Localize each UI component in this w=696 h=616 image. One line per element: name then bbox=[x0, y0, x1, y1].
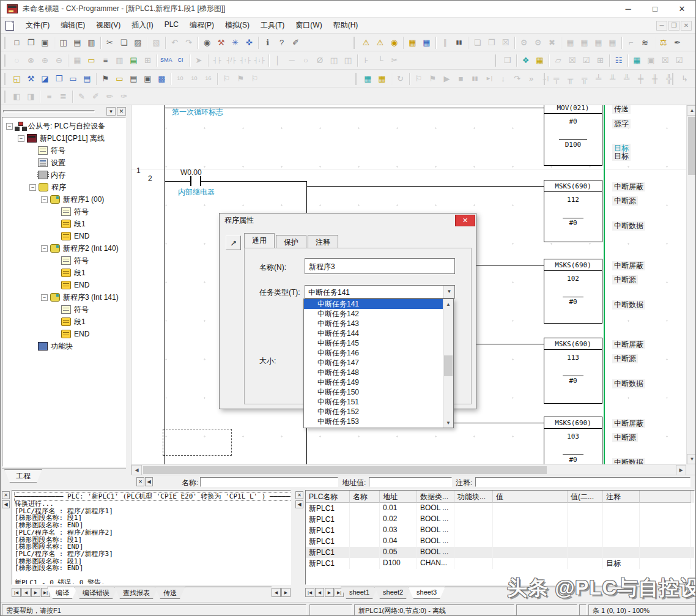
menu-s[interactable]: 模拟(S) bbox=[220, 18, 255, 33]
dialog-tab[interactable]: 注释 bbox=[308, 235, 338, 248]
tab-scroll-button[interactable]: ▶ bbox=[325, 588, 334, 597]
differential-monitor-button[interactable]: ⌐ bbox=[624, 35, 638, 50]
watch-table[interactable]: PLC名称名称地址数据类...功能块...值值(二...注释 新PLC10.01… bbox=[305, 490, 695, 585]
output-tab[interactable]: 编译错误 bbox=[74, 587, 118, 599]
sheet-tab[interactable]: sheet2 bbox=[374, 587, 412, 599]
monitor-signed-decimal-button[interactable]: 10 bbox=[187, 72, 201, 86]
toolbar-grip[interactable] bbox=[495, 54, 498, 67]
menu-e[interactable]: 编辑(E) bbox=[55, 18, 91, 33]
undo-button[interactable]: ↶ bbox=[168, 35, 182, 50]
copy-button[interactable]: ❏ bbox=[117, 35, 131, 50]
redo-button[interactable]: ↷ bbox=[182, 35, 196, 50]
output-tab[interactable]: 查找报表 bbox=[114, 587, 158, 599]
mdi-restore-button[interactable]: ❐ bbox=[668, 21, 679, 31]
output-close-button[interactable]: ✕ bbox=[2, 491, 10, 499]
tree-expander-icon[interactable]: − bbox=[29, 184, 36, 191]
monitor-decimal-button[interactable]: 10 bbox=[173, 72, 187, 86]
contact-icon[interactable] bbox=[200, 176, 201, 186]
operand-value[interactable]: #0 bbox=[544, 376, 602, 385]
rung-list-button[interactable]: ≡ bbox=[42, 89, 56, 103]
watch-window-button[interactable]: ▦ bbox=[630, 53, 644, 67]
dock-menu-button[interactable]: ▾ bbox=[106, 107, 116, 116]
operand-value[interactable]: #0 bbox=[544, 297, 602, 306]
new-coil-button[interactable]: ○ bbox=[299, 53, 313, 67]
online-edit-goto-button[interactable]: ⊞ bbox=[593, 53, 607, 67]
tree-item[interactable]: −新PLC1[CP1L] 离线 bbox=[2, 132, 125, 144]
view-cross-reference-button[interactable]: ❒ bbox=[52, 72, 66, 86]
new-horizontal-button[interactable]: ─ bbox=[285, 53, 299, 67]
simulator-settings-button[interactable]: ▦ bbox=[375, 72, 389, 86]
toolbar-grip[interactable] bbox=[4, 54, 7, 67]
find-symbol-button[interactable]: ✳ bbox=[228, 35, 242, 50]
watch-row[interactable]: 新PLC10.04BOOL ... bbox=[306, 536, 694, 547]
tree-expander-icon[interactable]: − bbox=[41, 294, 48, 301]
tree-item[interactable]: 功能块 bbox=[2, 340, 125, 352]
column-header[interactable]: 注释 bbox=[603, 491, 640, 503]
watch-row[interactable]: 新PLC1D100CHAN...目标 bbox=[306, 558, 694, 569]
watch-check-button[interactable]: ☑ bbox=[672, 53, 686, 67]
tree-item[interactable]: END bbox=[2, 328, 125, 340]
view-ladder-button[interactable]: ◱ bbox=[10, 72, 24, 86]
net-tool-6-button[interactable]: ╩ bbox=[620, 72, 634, 86]
contact-address[interactable]: W0.00 bbox=[180, 168, 202, 177]
tab-scroll-button[interactable]: ◀ bbox=[21, 588, 31, 597]
instruction-block[interactable]: MSKS(690)113#0 bbox=[544, 338, 602, 404]
new-fb-invocation-button[interactable]: ◫ bbox=[341, 53, 355, 67]
watch-row[interactable]: 新PLC10.02BOOL ... bbox=[306, 514, 694, 525]
combobox-dropdown-button[interactable]: ▼ bbox=[443, 286, 454, 298]
horizontal-scroll-thumb[interactable] bbox=[143, 466, 547, 474]
operand-value[interactable]: 113 bbox=[544, 354, 602, 362]
instruction-block[interactable]: MSKS(690)102#0 bbox=[544, 259, 602, 324]
minimize-button[interactable]: ─ bbox=[615, 1, 642, 17]
toolbar-grip[interactable] bbox=[354, 37, 357, 49]
tab-scroll-button[interactable]: |◀ bbox=[12, 588, 21, 597]
tree-item[interactable]: END bbox=[2, 279, 125, 291]
rung-list-detail-button[interactable]: ≣ bbox=[56, 89, 70, 103]
open-file-button[interactable]: ❐ bbox=[24, 35, 38, 50]
sim-step-run-button[interactable]: ►| bbox=[482, 72, 496, 86]
paste-special-button[interactable]: ▧ bbox=[149, 35, 163, 50]
menu-i[interactable]: 插入(I) bbox=[126, 18, 158, 33]
column-header[interactable]: PLC名称 bbox=[306, 491, 350, 503]
toolbar-grip[interactable] bbox=[4, 91, 7, 103]
compare-with-plc-button[interactable]: ❏ bbox=[470, 35, 484, 50]
new-file-button[interactable]: □ bbox=[10, 35, 24, 50]
show-instruction-comments-button[interactable]: CI bbox=[174, 53, 188, 67]
tree-item[interactable]: 符号 bbox=[2, 303, 125, 316]
compile-all-plc-button[interactable]: ⚠ bbox=[373, 35, 387, 50]
force-reset-button[interactable]: ⚙ bbox=[531, 35, 545, 50]
column-header[interactable]: 数据类... bbox=[417, 491, 454, 503]
new-contact-or-button[interactable]: ┤↑├ bbox=[239, 53, 253, 67]
net-tool-4-button[interactable]: ╧ bbox=[591, 72, 605, 86]
net-tool-5-button[interactable]: ╨ bbox=[605, 72, 620, 86]
sim-run-button[interactable]: ▶ bbox=[440, 72, 454, 86]
name-field[interactable] bbox=[200, 477, 338, 487]
sim-continuous-step-button[interactable]: » bbox=[524, 72, 538, 86]
indent-rung-button[interactable]: ◨ bbox=[24, 89, 38, 103]
dialog-tab[interactable]: 通用 bbox=[244, 233, 275, 248]
save-button[interactable]: ▣ bbox=[38, 35, 52, 50]
show-monitor-boxes-button[interactable]: ▥ bbox=[113, 53, 127, 67]
operand-value[interactable]: D100 bbox=[544, 139, 602, 149]
mdi-minimize-button[interactable]: ─ bbox=[656, 21, 667, 31]
operand-bar-close-button[interactable]: ✕ bbox=[136, 477, 144, 486]
column-header[interactable]: 值(二... bbox=[568, 491, 603, 503]
net-tool-7-button[interactable]: ╪ bbox=[634, 72, 648, 86]
tree-item[interactable]: 符号 bbox=[2, 144, 125, 157]
transfer-refresh-button[interactable]: ↻ bbox=[393, 72, 407, 86]
monitor-window-1-button[interactable]: ▦ bbox=[563, 35, 577, 50]
online-edit-send-button[interactable]: ☑ bbox=[579, 53, 593, 67]
task-option[interactable]: 中断任务153 bbox=[304, 417, 453, 426]
partial-transfer-button[interactable]: ❐ bbox=[484, 35, 498, 50]
task-option[interactable]: 中断任务151 bbox=[304, 397, 453, 407]
tree-item[interactable]: 内存 bbox=[2, 169, 125, 181]
sim-stop-button[interactable]: ■ bbox=[454, 72, 468, 86]
operand-value[interactable]: #0 bbox=[544, 117, 602, 125]
output-tab[interactable]: 编译 bbox=[47, 587, 78, 599]
monitor-window-3-button[interactable]: ▦ bbox=[591, 35, 605, 50]
new-vertical-button[interactable]: │ bbox=[271, 53, 285, 67]
menu-w[interactable]: 窗口(W) bbox=[290, 18, 327, 33]
operand-value[interactable]: #0 bbox=[544, 455, 602, 464]
compile-report-button[interactable]: ◉ bbox=[387, 35, 401, 50]
sim-step-in-button[interactable]: ↓ bbox=[496, 72, 510, 86]
